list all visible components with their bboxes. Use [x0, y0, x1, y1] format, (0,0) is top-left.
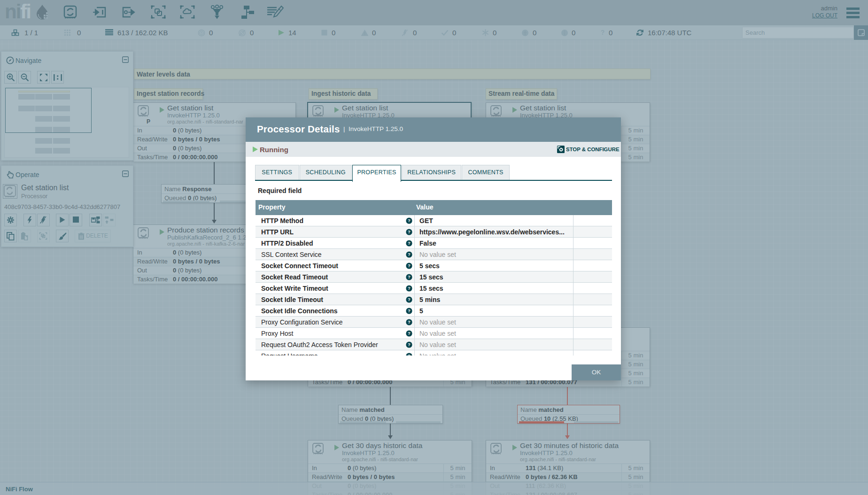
svg-text:?: ? — [408, 353, 411, 356]
svg-text:?: ? — [408, 252, 411, 257]
svg-text:?: ? — [408, 286, 411, 291]
svg-text:?: ? — [408, 331, 411, 336]
svg-text:?: ? — [408, 218, 411, 223]
svg-text:?: ? — [408, 319, 411, 325]
svg-text:?: ? — [408, 342, 411, 347]
svg-text:?: ? — [408, 297, 411, 302]
svg-text:?: ? — [408, 263, 411, 268]
svg-text:?: ? — [408, 274, 411, 279]
svg-text:?: ? — [408, 240, 411, 246]
svg-text:?: ? — [408, 308, 411, 313]
svg-text:?: ? — [408, 229, 411, 234]
